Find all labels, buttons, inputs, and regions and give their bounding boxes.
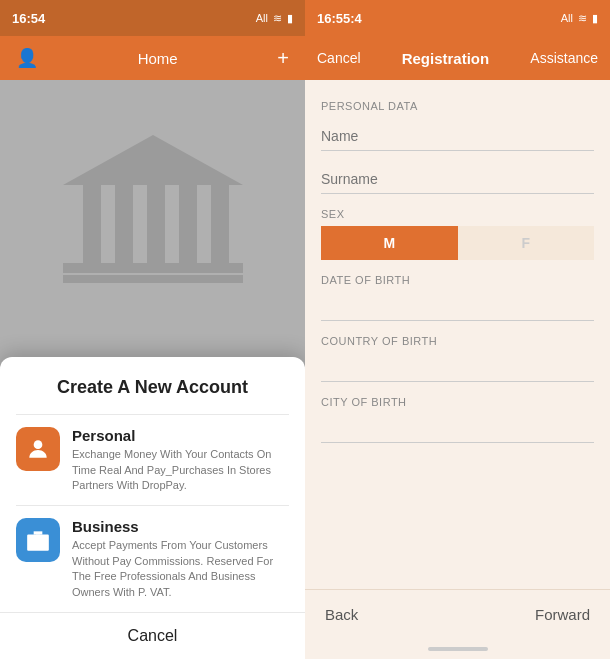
business-svg — [25, 527, 51, 553]
name-input[interactable] — [321, 122, 594, 151]
home-indicator — [305, 639, 610, 659]
personal-data-label: PERSONAL DATA — [321, 100, 594, 112]
home-indicator-bar — [428, 647, 488, 651]
svg-rect-10 — [32, 538, 36, 542]
personal-title: Personal — [72, 427, 289, 444]
sex-male-button[interactable]: M — [321, 226, 458, 260]
svg-rect-12 — [36, 535, 40, 539]
sex-toggle: M F — [321, 226, 594, 260]
cob-label: COUNTRY OF BIRTH — [321, 335, 594, 347]
svg-rect-0 — [83, 185, 101, 265]
user-icon-left: 👤 — [16, 47, 38, 69]
surname-input[interactable] — [321, 165, 594, 194]
business-option[interactable]: Business Accept Payments From Your Custo… — [16, 505, 289, 612]
business-title: Business — [72, 518, 289, 535]
svg-marker-5 — [63, 135, 243, 185]
svg-rect-7 — [63, 275, 243, 283]
business-text: Business Accept Payments From Your Custo… — [72, 518, 289, 600]
city-label: CITY OF BIRTH — [321, 396, 594, 408]
wifi-icon-right: ≋ — [578, 12, 587, 25]
svg-rect-1 — [115, 185, 133, 265]
personal-description: Exchange Money With Your Contacts On Tim… — [72, 447, 289, 493]
right-panel: 16:55:4 All ≋ ▮ Cancel Registration Assi… — [305, 0, 610, 659]
status-icons-left: All ≋ ▮ — [256, 12, 293, 25]
building-area — [0, 80, 305, 350]
form-area: PERSONAL DATA SEX M F DATE OF BIRTH COUN… — [305, 80, 610, 589]
back-button[interactable]: Back — [325, 606, 358, 623]
left-panel: 16:54 All ≋ ▮ 👤 Home + Create A — [0, 0, 305, 659]
city-input[interactable] — [321, 414, 594, 443]
cancel-button[interactable]: Cancel — [317, 50, 361, 66]
business-icon — [16, 518, 60, 562]
status-icons-right: All ≋ ▮ — [561, 12, 598, 25]
status-bar-left: 16:54 All ≋ ▮ — [0, 0, 305, 36]
sex-female-button[interactable]: F — [458, 226, 595, 260]
svg-rect-4 — [211, 185, 229, 265]
svg-rect-6 — [63, 263, 243, 273]
battery-icon-right: ▮ — [592, 12, 598, 25]
add-icon-left[interactable]: + — [277, 47, 289, 70]
svg-rect-2 — [147, 185, 165, 265]
svg-rect-3 — [179, 185, 197, 265]
time-left: 16:54 — [12, 11, 45, 26]
bottom-bar: Back Forward — [305, 589, 610, 639]
business-description: Accept Payments From Your Customers With… — [72, 538, 289, 600]
modal-overlay: Create A New Account Personal Exchange M… — [0, 357, 305, 659]
building-icon — [63, 125, 243, 305]
home-label: Home — [138, 50, 178, 67]
person-svg — [25, 436, 51, 462]
sex-label: SEX — [321, 208, 594, 220]
signal-label-left: All — [256, 12, 268, 24]
modal-title: Create A New Account — [16, 377, 289, 398]
wifi-icon-left: ≋ — [273, 12, 282, 25]
nav-bar-right: Cancel Registration Assistance — [305, 36, 610, 80]
battery-icon-left: ▮ — [287, 12, 293, 25]
cob-input[interactable] — [321, 353, 594, 382]
dob-label: DATE OF BIRTH — [321, 274, 594, 286]
personal-text: Personal Exchange Money With Your Contac… — [72, 427, 289, 493]
dob-input[interactable] — [321, 292, 594, 321]
assistance-button[interactable]: Assistance — [530, 50, 598, 66]
modal-cancel-label: Cancel — [128, 627, 178, 645]
svg-rect-11 — [40, 538, 44, 542]
status-bar-right: 16:55:4 All ≋ ▮ — [305, 0, 610, 36]
personal-icon — [16, 427, 60, 471]
registration-title: Registration — [402, 50, 490, 67]
forward-button[interactable]: Forward — [535, 606, 590, 623]
signal-label-right: All — [561, 12, 573, 24]
personal-option[interactable]: Personal Exchange Money With Your Contac… — [16, 414, 289, 505]
modal-cancel-button[interactable]: Cancel — [0, 612, 305, 659]
nav-bar-left: 👤 Home + — [0, 36, 305, 80]
time-right: 16:55:4 — [317, 11, 362, 26]
svg-point-8 — [34, 441, 43, 450]
